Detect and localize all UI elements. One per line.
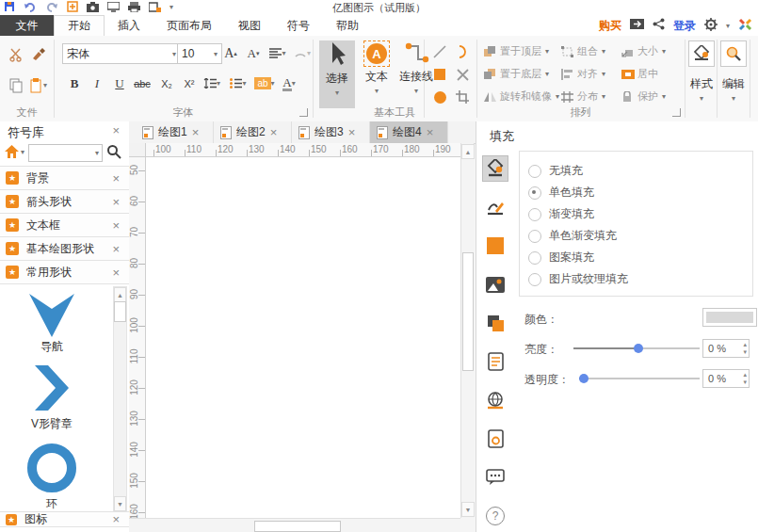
paste-dropdown-icon[interactable]: ▾ xyxy=(43,81,47,89)
text-highlight-button[interactable]: ab▾ xyxy=(254,73,275,93)
tab-close-icon[interactable]: × xyxy=(192,126,200,138)
feedback-icon[interactable] xyxy=(630,18,644,33)
copy-icon[interactable] xyxy=(6,75,26,95)
section-close-icon[interactable]: × xyxy=(112,266,120,279)
curve-tool-icon[interactable] xyxy=(454,43,471,60)
align-text-button[interactable]: ▾ xyxy=(267,43,288,63)
library-section-icons[interactable]: ★图标× xyxy=(0,511,129,527)
connector-tool-button[interactable]: 连接线 ▾ xyxy=(396,40,436,108)
image-tab-icon[interactable] xyxy=(482,271,508,298)
menu-file[interactable]: 文件 xyxy=(0,15,54,36)
scroll-down-icon[interactable]: ▼ xyxy=(461,502,475,517)
size-button[interactable]: 大小▾ xyxy=(621,44,666,58)
spin-down-icon[interactable]: ▾ xyxy=(743,348,747,356)
fill-option-solid[interactable]: 单色填充 xyxy=(528,185,594,201)
scroll-thumb[interactable] xyxy=(114,301,126,322)
library-section-text-box[interactable]: ★文本框× xyxy=(0,213,129,236)
home-icon[interactable] xyxy=(4,144,20,162)
home-dropdown-icon[interactable]: ▾ xyxy=(21,148,24,156)
fill-tab-icon[interactable] xyxy=(482,155,508,182)
brightness-slider-thumb[interactable] xyxy=(634,344,643,353)
scroll-up-icon[interactable]: ▲ xyxy=(461,144,475,159)
buy-button[interactable]: 购买 xyxy=(599,18,621,34)
line-style-tab-icon[interactable] xyxy=(482,194,508,220)
share-icon[interactable] xyxy=(653,18,665,33)
group-button[interactable]: 组合▾ xyxy=(561,44,605,58)
color-swatch[interactable] xyxy=(702,308,757,327)
shape-navigation[interactable] xyxy=(24,290,80,342)
italic-button[interactable]: I xyxy=(87,73,107,93)
fill-option-single-gradient[interactable]: 单色渐变填充 xyxy=(528,228,617,244)
login-button[interactable]: 登录 xyxy=(673,18,696,34)
scroll-down-icon[interactable]: ▼ xyxy=(114,496,126,511)
fill-option-none[interactable]: 无填充 xyxy=(528,163,583,179)
brightness-value-field[interactable]: 0 %▴▾ xyxy=(702,339,750,358)
rotate-mirror-button[interactable]: 旋转和镜像▾ xyxy=(484,89,559,104)
distribute-button[interactable]: 分布▾ xyxy=(561,89,605,104)
section-close-icon[interactable]: × xyxy=(112,219,120,232)
grow-font-button[interactable]: A▴ xyxy=(220,43,241,63)
library-section-background[interactable]: ★背景× xyxy=(0,166,129,189)
menu-home[interactable]: 开始 xyxy=(54,15,105,36)
superscript-button[interactable]: X² xyxy=(179,73,200,93)
scroll-thumb[interactable] xyxy=(254,521,341,532)
line-tool-icon[interactable] xyxy=(431,43,448,60)
bring-to-front-button[interactable]: 置于顶层▾ xyxy=(484,44,549,58)
section-close-icon[interactable]: × xyxy=(112,513,120,525)
library-section-arrow-shapes[interactable]: ★箭头形状× xyxy=(0,189,129,213)
tab-drawing3[interactable]: 绘图3× xyxy=(292,121,370,143)
help-tab-icon[interactable]: ? xyxy=(482,503,508,529)
tab-drawing4[interactable]: 绘图4× xyxy=(370,121,448,143)
library-section-basic-drawing-shapes[interactable]: ★基本绘图形状× xyxy=(0,236,129,260)
menu-insert[interactable]: 插入 xyxy=(105,15,153,36)
tab-close-icon[interactable]: × xyxy=(270,126,278,138)
edit-button[interactable]: 编辑 ▾ xyxy=(719,40,748,108)
hyperlink-tab-icon[interactable] xyxy=(482,387,508,413)
comment-tab-icon[interactable] xyxy=(482,464,508,491)
fill-option-gradient[interactable]: 渐变填充 xyxy=(528,206,594,222)
section-close-icon[interactable]: × xyxy=(112,196,120,208)
note-tab-icon[interactable] xyxy=(482,348,508,375)
layers-tab-icon[interactable] xyxy=(482,310,508,336)
bullet-list-button[interactable]: ▾ xyxy=(228,73,249,93)
spin-up-icon[interactable]: ▴ xyxy=(743,371,747,379)
section-close-icon[interactable]: × xyxy=(112,172,120,185)
attachment-tab-icon[interactable] xyxy=(482,426,508,452)
line-spacing-button[interactable]: ▾ xyxy=(202,73,222,93)
font-color-button[interactable]: A▾ xyxy=(279,73,299,93)
format-painter-icon[interactable] xyxy=(28,44,49,64)
symbol-search-input[interactable]: ▾ xyxy=(28,144,103,162)
transparency-slider-thumb[interactable] xyxy=(579,374,589,383)
transparency-slider[interactable] xyxy=(579,378,700,379)
spin-down-icon[interactable]: ▾ xyxy=(743,379,747,386)
bold-button[interactable]: B xyxy=(64,73,85,93)
settings-gear-icon[interactable] xyxy=(704,18,718,34)
align-button[interactable]: 对齐▾ xyxy=(561,67,605,81)
menu-page-layout[interactable]: 页面布局 xyxy=(153,15,225,36)
menu-view[interactable]: 视图 xyxy=(225,15,274,36)
font-name-select[interactable]: 宋体 ▾ xyxy=(62,43,181,64)
strikethrough-button[interactable]: abc xyxy=(132,73,153,93)
spin-up-icon[interactable]: ▴ xyxy=(743,341,747,348)
cut-icon[interactable] xyxy=(6,44,26,64)
scroll-up-icon[interactable]: ▲ xyxy=(114,287,126,302)
library-section-common-shapes[interactable]: ★常用形状× xyxy=(0,260,129,283)
menu-help[interactable]: 帮助 xyxy=(323,15,372,36)
fill-option-texture[interactable]: 图片或纹理填充 xyxy=(528,271,628,287)
arc-text-button[interactable]: ▾ xyxy=(292,43,313,63)
protect-button[interactable]: 保护▾ xyxy=(621,89,666,104)
send-to-back-button[interactable]: 置于底层▾ xyxy=(484,67,549,81)
font-dialog-launcher[interactable] xyxy=(299,108,308,117)
canvas-horizontal-scrollbar[interactable] xyxy=(129,518,460,532)
search-icon[interactable] xyxy=(106,144,121,162)
shape-list-scrollbar[interactable]: ▲ ▼ xyxy=(113,286,127,512)
rectangle-tool-icon[interactable] xyxy=(431,66,448,83)
shrink-font-button[interactable]: A▾ xyxy=(243,43,264,63)
canvas-vertical-scrollbar[interactable]: ▲ ▼ xyxy=(460,143,474,518)
tab-drawing1[interactable]: 绘图1× xyxy=(136,121,214,143)
subscript-button[interactable]: X₂ xyxy=(156,73,177,93)
brightness-slider[interactable] xyxy=(573,347,700,349)
shape-format-tab-icon[interactable] xyxy=(482,233,508,259)
settings-dropdown-icon[interactable]: ▾ xyxy=(726,22,730,30)
underline-button[interactable]: U xyxy=(109,73,130,93)
